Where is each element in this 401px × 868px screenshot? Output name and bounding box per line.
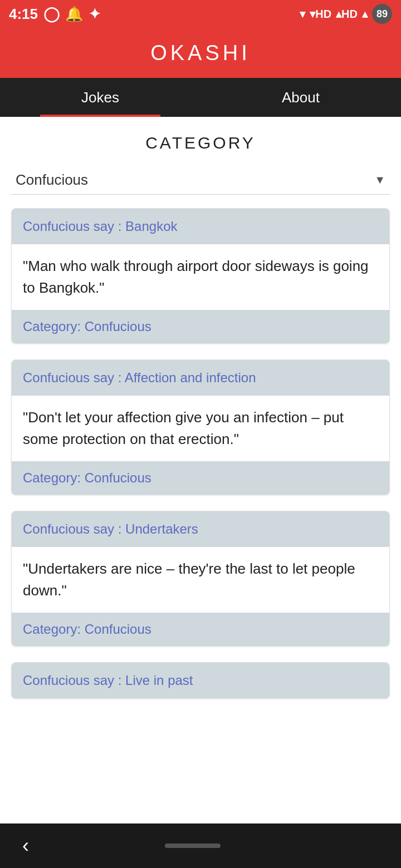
battery-badge: 89 (372, 4, 392, 24)
wifi-signal: ▾HD (310, 7, 331, 21)
status-right: ▾ ▾HD ▴HD ▴ 89 (300, 4, 392, 24)
joke-header-1: Confucious say : Affection and infection (12, 360, 389, 396)
status-bar: 4:15 ◯ 🔔 ✦ ▾ ▾HD ▴HD ▴ 89 (0, 0, 401, 28)
joke-card-2: Confucious say : Undertakers "Undertaker… (11, 511, 390, 647)
joke-header-0: Confucious say : Bangkok (12, 209, 389, 244)
bottom-nav-bar: ‹ (0, 823, 401, 868)
signal2-icon: ▴ (362, 7, 368, 21)
main-content: CATEGORY Confucious ▼ Confucious say : B… (0, 117, 401, 823)
category-dropdown[interactable]: Confucious ▼ (11, 166, 390, 195)
tab-about[interactable]: About (200, 78, 401, 117)
joke-body-2: "Undertakers are nice – they're the last… (12, 547, 389, 613)
joke-body-1: "Don't let your affection give you an in… (12, 396, 389, 461)
joke-card-0: Confucious say : Bangkok "Man who walk t… (11, 208, 390, 344)
joke-header-2: Confucious say : Undertakers (12, 511, 389, 547)
shield-icon: ✦ (89, 6, 101, 23)
joke-footer-0: Category: Confucious (12, 310, 389, 343)
wifi-icon: ▾ (300, 7, 305, 21)
tab-jokes[interactable]: Jokes (0, 78, 200, 117)
dropdown-selected: Confucious (16, 171, 88, 189)
joke-header-3: Confucious say : Live in past (12, 663, 389, 698)
whatsapp-icon: ◯ (43, 6, 60, 23)
joke-footer-2: Category: Confucious (12, 613, 389, 646)
joke-card-1: Confucious say : Affection and infection… (11, 359, 390, 495)
dropdown-arrow-icon: ▼ (374, 174, 385, 186)
app-title: OKASHI (150, 41, 251, 65)
joke-body-0: "Man who walk through airport door sidew… (12, 244, 389, 310)
notification-icon: 🔔 (65, 6, 83, 23)
joke-footer-1: Category: Confucious (12, 461, 389, 495)
status-left: 4:15 ◯ 🔔 ✦ (9, 6, 101, 23)
signal-icon: ▴HD (336, 7, 358, 21)
home-pill[interactable] (165, 844, 221, 848)
tab-bar: Jokes About (0, 78, 401, 117)
category-heading: CATEGORY (11, 134, 390, 152)
joke-card-3: Confucious say : Live in past (11, 662, 390, 699)
back-button[interactable]: ‹ (22, 834, 29, 857)
time: 4:15 (9, 6, 38, 23)
app-bar: OKASHI (0, 28, 401, 78)
